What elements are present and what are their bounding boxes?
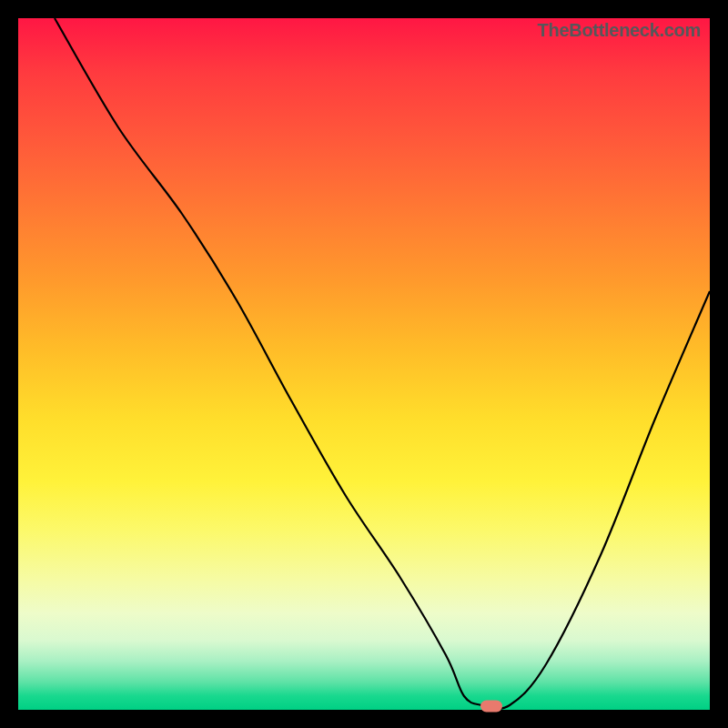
bottleneck-curve — [18, 18, 710, 710]
optimal-point-marker — [480, 701, 502, 713]
attribution-watermark: TheBottleneck.com — [538, 20, 701, 41]
plot-area: TheBottleneck.com — [18, 18, 710, 710]
